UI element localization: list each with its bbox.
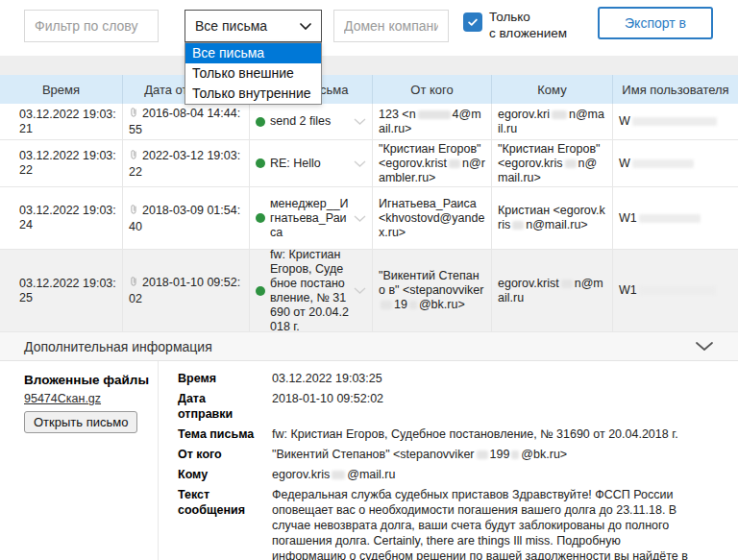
- cell-to: egorov.krin@mail.ru: [492, 104, 613, 139]
- cell-sent-date: 2016-08-04 14:44:55: [123, 104, 250, 139]
- cell-time: 03.12.2022 19:03:24: [0, 187, 123, 249]
- keyword-filter-input[interactable]: [24, 10, 159, 42]
- detail-value-sent: 2018-01-10 09:52:02: [272, 391, 696, 422]
- mail-type-select[interactable]: Все письма: [184, 10, 322, 42]
- chevron-down-icon[interactable]: [354, 160, 366, 167]
- table-row[interactable]: 03.12.2022 19:03:22 2022-03-12 19:03:22 …: [0, 140, 738, 187]
- cell-from: "Кристиан Егоров" <egorov.kristn@rambler…: [373, 140, 492, 186]
- dropdown-option-all[interactable]: Все письма: [185, 43, 321, 63]
- redacted-text: [552, 110, 567, 119]
- attachment-only-label: Только с вложением: [489, 9, 567, 41]
- chevron-down-icon[interactable]: [354, 215, 366, 222]
- table-row[interactable]: 03.12.2022 19:03:21 2016-08-04 14:44:55 …: [0, 104, 738, 140]
- status-dot-icon: [256, 286, 265, 296]
- open-letter-button[interactable]: Открыть письмо: [24, 411, 137, 433]
- cell-to: Кристиан <egorov.krisn@mail.ru>: [492, 187, 613, 249]
- company-domain-input[interactable]: [333, 10, 449, 42]
- detail-value-subject: fw: Кристиан Егоров, Судебное постановле…: [272, 426, 696, 442]
- status-dot-icon: [256, 117, 265, 127]
- header-to: Кому: [492, 75, 613, 104]
- separator-band: [0, 56, 738, 75]
- cell-from: Игнатьева_Раиса <khvostovd@yandex.ru>: [373, 187, 492, 249]
- attachment-only-checkbox[interactable]: [463, 12, 482, 32]
- cell-sent-date: 2022-03-12 19:03:22: [123, 140, 250, 186]
- cell-subject: send 2 files: [250, 104, 373, 139]
- detail-label-time: Время: [178, 371, 262, 386]
- paperclip-icon: [129, 106, 138, 123]
- detail-label-sent: Дата отправки: [178, 391, 262, 422]
- detail-fields: Время 03.12.2022 19:03:25 Дата отправки …: [159, 361, 738, 560]
- redacted-text: [418, 110, 451, 119]
- cell-subject: fw: Кристиан Егоров, Судебное постановле…: [250, 250, 373, 331]
- redacted-text: [639, 286, 716, 295]
- chevron-down-icon: [300, 23, 311, 30]
- cell-time: 03.12.2022 19:03:22: [0, 140, 123, 186]
- chevron-down-icon[interactable]: [696, 342, 713, 351]
- table-row[interactable]: 03.12.2022 19:03:24 2018-03-09 01:54:40 …: [0, 187, 738, 250]
- table-header-row: Время Дата отправки Тема письма От кого …: [0, 75, 738, 104]
- redacted-text: [511, 450, 519, 459]
- status-dot-icon: [256, 158, 265, 168]
- cell-to: "Кристиан Егоров" <egorov.krisn@mail.ru>: [492, 140, 613, 186]
- cell-username: W1: [613, 187, 738, 249]
- redacted-text: [512, 221, 524, 230]
- detail-value-to: egorov.kris@mail.ru: [272, 467, 696, 482]
- header-username: Имя пользователя: [613, 75, 738, 104]
- paperclip-icon: [129, 275, 138, 292]
- detail-label-message: Текст сообщения: [178, 487, 262, 560]
- cell-sent-date: 2018-01-10 09:52:02: [123, 250, 250, 331]
- detail-panel: Вложенные файлы 95474Скан.gz Открыть пис…: [0, 361, 738, 560]
- toolbar: Все письма Все письма Только внешние Тол…: [0, 0, 738, 56]
- dropdown-option-internal[interactable]: Только внутренние: [185, 84, 321, 104]
- cell-from: 123 <n4@mail.ru>: [373, 104, 492, 139]
- status-dot-icon: [256, 213, 265, 223]
- redacted-text: [449, 159, 460, 168]
- mail-type-dropdown-list: Все письма Только внешние Только внутрен…: [184, 42, 322, 105]
- cell-username: W: [613, 140, 738, 186]
- extra-info-title: Дополнительная информация: [24, 339, 212, 354]
- cell-to: egorov.kristn@mail.ru: [492, 250, 613, 331]
- detail-label-subject: Тема письма: [178, 426, 262, 442]
- redacted-text: [632, 159, 694, 168]
- redacted-text: [565, 159, 577, 168]
- extra-info-section-header[interactable]: Дополнительная информация: [0, 332, 738, 361]
- detail-label-to: Кому: [178, 467, 262, 482]
- cell-from: "Викентий Степано в" <stepanovviker19@bk…: [373, 250, 492, 331]
- redacted-text: [561, 280, 573, 288]
- mail-table: Время Дата отправки Тема письма От кого …: [0, 75, 738, 332]
- redacted-text: [332, 471, 345, 479]
- cell-sent-date: 2018-03-09 01:54:40: [123, 187, 250, 249]
- cell-username: W1: [613, 250, 738, 331]
- dropdown-option-external[interactable]: Только внешние: [185, 63, 321, 84]
- redacted-text: [381, 301, 392, 309]
- header-time: Время: [0, 75, 123, 104]
- cell-subject: менеджер__Игнатьева_Раиса: [250, 187, 373, 249]
- table-row-selected[interactable]: 03.12.2022 19:03:25 2018-01-10 09:52:02 …: [0, 250, 738, 332]
- redacted-text: [639, 214, 701, 223]
- chevron-down-icon[interactable]: [354, 287, 366, 294]
- attachments-title: Вложенные файлы: [24, 373, 150, 387]
- export-button[interactable]: Экспорт в: [598, 7, 713, 39]
- redacted-text: [409, 301, 417, 309]
- cell-time: 03.12.2022 19:03:25: [0, 250, 123, 331]
- detail-value-time: 03.12.2022 19:03:25: [272, 371, 696, 386]
- attachments-panel: Вложенные файлы 95474Скан.gz Открыть пис…: [0, 361, 159, 560]
- attachment-file-link[interactable]: 95474Скан.gz: [24, 392, 150, 405]
- check-icon: [466, 15, 480, 29]
- cell-subject: RE: Hello: [250, 140, 373, 186]
- redacted-text: [632, 117, 717, 126]
- redacted-text: [477, 450, 488, 459]
- chevron-down-icon[interactable]: [354, 118, 366, 125]
- mail-type-select-value: Все письма: [195, 18, 300, 34]
- header-from: От кого: [373, 75, 492, 104]
- cell-time: 03.12.2022 19:03:21: [0, 104, 123, 139]
- cell-username: W: [613, 104, 738, 139]
- paperclip-icon: [129, 203, 138, 220]
- detail-label-from: От кого: [178, 447, 262, 462]
- paperclip-icon: [129, 148, 138, 165]
- detail-value-message: Федеральная служба судебных приставов Зд…: [272, 487, 696, 560]
- detail-value-from: "Викентий Степанов" <stepanovviker199@bk…: [272, 447, 696, 462]
